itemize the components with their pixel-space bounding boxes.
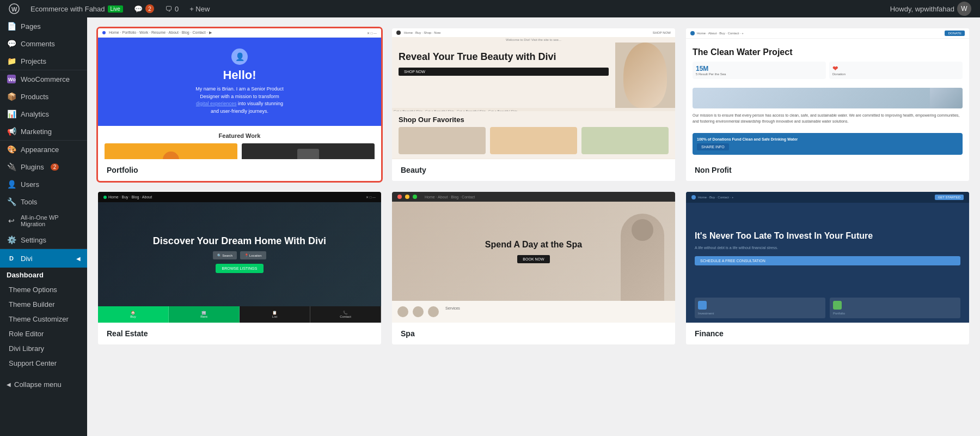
divi-arrow: ◀ bbox=[76, 256, 81, 262]
portfolio-work-1: Trinity Beauty Co. Misc · Package Design… bbox=[105, 143, 237, 159]
sidebar-item-analytics[interactable]: 📊 Analytics bbox=[0, 105, 87, 123]
beauty-hero-title: Reveal Your True Beauty with Divi bbox=[399, 51, 609, 63]
nonprofit-desc: Our mission is to ensure that every pers… bbox=[693, 113, 963, 124]
sidebar-label-plugins: Plugins bbox=[21, 163, 44, 171]
sidebar-item-theme-builder[interactable]: Theme Builder bbox=[0, 297, 87, 312]
sidebar-item-tools[interactable]: 🔧 Tools bbox=[0, 193, 87, 210]
theme-customizer-label: Theme Customizer bbox=[9, 315, 69, 323]
svg-text:Woo: Woo bbox=[8, 77, 16, 82]
new-label: + New bbox=[189, 5, 210, 13]
nonprofit-body: Our mission is to ensure that every pers… bbox=[686, 108, 969, 129]
adminbar-site[interactable]: Ecommerce with Fahad Live bbox=[26, 0, 127, 17]
finance-hero: It's Never Too Late To Invest In Your Fu… bbox=[686, 203, 969, 293]
svg-text:W: W bbox=[11, 6, 17, 13]
realestate-footer: 🏠 Buy 🏢 Rent 📋 List bbox=[98, 306, 381, 323]
role-editor-label: Role Editor bbox=[9, 330, 44, 338]
sidebar-item-comments[interactable]: 💬 Comments bbox=[0, 35, 87, 52]
divi-badge: D bbox=[7, 253, 16, 263]
sidebar-label-appearance: Appearance bbox=[21, 146, 59, 154]
sidebar-label-marketing: Marketing bbox=[21, 128, 52, 136]
collapse-menu-button[interactable]: ◀ Collapse menu bbox=[0, 375, 87, 394]
collapse-icon: ◀ bbox=[7, 382, 11, 387]
finance-cta: SCHEDULE A FREE CONSULTATION bbox=[695, 256, 960, 265]
theme-card-spa[interactable]: Home · About · Blog · Contact Spend A Da… bbox=[392, 192, 675, 344]
nonprofit-title: The Clean Water Project bbox=[693, 47, 963, 57]
beauty-banner: Welcome to Divi! Visit the site to see..… bbox=[392, 37, 675, 43]
theme-options-label: Theme Options bbox=[9, 286, 57, 294]
sidebar-item-divi-library[interactable]: Divi Library bbox=[0, 341, 87, 356]
products-icon: 📦 bbox=[7, 92, 16, 101]
theme-preview-portfolio: Home · Portfolio · Work · Resume · About… bbox=[98, 28, 381, 159]
support-center-label: Support Center bbox=[9, 359, 57, 367]
theme-card-realestate[interactable]: Home · Buy · Blog · About ✕ □ — Discover… bbox=[98, 192, 381, 344]
portfolio-nav: Home · Portfolio · Work · Resume · About… bbox=[98, 28, 381, 38]
live-badge: Live bbox=[108, 5, 123, 13]
sidebar-label-woocommerce: WooCommerce bbox=[21, 75, 70, 83]
beauty-shop-section: Shop Our Favorites bbox=[392, 111, 675, 159]
sidebar-item-projects[interactable]: 📁 Projects bbox=[0, 52, 87, 70]
portfolio-works-section: Featured Work Trinity Beauty Co. Misc · … bbox=[98, 126, 381, 159]
adminbar-new[interactable]: + New bbox=[185, 0, 214, 17]
sidebar-divi-dashboard[interactable]: Dashboard bbox=[0, 268, 87, 282]
portfolio-section-title: Featured Work bbox=[105, 132, 375, 139]
finance-nav: Home · Buy · Contact · + GET STARTED bbox=[686, 192, 969, 203]
spa-nav: Home · About · Blog · Contact bbox=[392, 192, 675, 202]
plugins-icon: 🔌 bbox=[7, 162, 16, 172]
theme-card-nonprofit[interactable]: Home · About · Buy · Contact · + DONATE … bbox=[686, 28, 969, 181]
realestate-cta: BROWSE LISTINGS bbox=[216, 264, 264, 273]
finance-desc: A life without debt is a life without fi… bbox=[695, 245, 960, 251]
bubble-icon: 🗨 bbox=[165, 5, 172, 13]
sidebar-item-role-editor[interactable]: Role Editor bbox=[0, 326, 87, 341]
comment-icon: 💬 bbox=[134, 5, 143, 13]
divi-dashboard-label: Dashboard bbox=[7, 271, 44, 279]
finance-bottom: Investment Portfolio bbox=[686, 293, 969, 323]
comments-count: 2 bbox=[145, 4, 154, 13]
adminbar-bubble[interactable]: 🗨 0 bbox=[161, 0, 183, 17]
site-name: Ecommerce with Fahad bbox=[30, 5, 105, 13]
footer-item-1: 🏠 Buy bbox=[98, 306, 169, 323]
sidebar-item-settings[interactable]: ⚙️ Settings bbox=[0, 231, 87, 249]
theme-card-finance[interactable]: Home · Buy · Contact · + GET STARTED It'… bbox=[686, 192, 969, 344]
nonprofit-nav: Home · About · Buy · Contact · + DONATE bbox=[686, 28, 969, 39]
sidebar-item-allinone[interactable]: ↩ All-in-One WP Migration bbox=[0, 210, 87, 231]
realestate-title: Discover Your Dream Home With Divi bbox=[153, 235, 326, 247]
theme-label-finance: Finance bbox=[686, 323, 969, 344]
sidebar-item-pages[interactable]: 📄 Pages bbox=[0, 17, 87, 35]
nonprofit-nav-btn: DONATE bbox=[945, 31, 965, 36]
sidebar-item-marketing[interactable]: 📢 Marketing bbox=[0, 123, 87, 140]
spa-services: Services bbox=[392, 301, 675, 323]
realestate-nav: Home · Buy · Blog · About ✕ □ — bbox=[98, 192, 381, 202]
sidebar-item-support-center[interactable]: Support Center bbox=[0, 356, 87, 371]
settings-icon: ⚙️ bbox=[7, 235, 16, 245]
users-icon: 👤 bbox=[7, 179, 16, 189]
theme-label-spa: Spa bbox=[392, 323, 675, 344]
howdy-text: Howdy, wpwithfahad bbox=[890, 5, 954, 13]
adminbar-howdy[interactable]: Howdy, wpwithfahad W bbox=[886, 0, 976, 17]
sidebar-item-appearance[interactable]: 🎨 Appearance bbox=[0, 141, 87, 158]
portfolio-work-2: Mirage Candle Co. Misc · Package Design … bbox=[242, 143, 375, 159]
theme-card-portfolio[interactable]: Home · Portfolio · Work · Resume · About… bbox=[98, 28, 381, 181]
portfolio-hero: 👤 Hello! My name is Brian. I am a Senior… bbox=[98, 38, 381, 126]
nonprofit-stat-1: 15M 5 Result Per the Sea bbox=[693, 62, 826, 79]
wp-logo[interactable]: W bbox=[4, 0, 24, 17]
beauty-nav: Home · Buy · Shop · Now SHOP NOW bbox=[392, 28, 675, 37]
theme-label-realestate: Real Estate bbox=[98, 323, 381, 344]
sidebar-item-products[interactable]: 📦 Products bbox=[0, 88, 87, 105]
nonprofit-bottom-card: 100% of Donations Fund Clean and Safe Dr… bbox=[693, 133, 963, 155]
sidebar-item-theme-options[interactable]: Theme Options bbox=[0, 282, 87, 297]
sidebar-item-woocommerce[interactable]: Woo WooCommerce bbox=[0, 70, 87, 88]
theme-card-beauty[interactable]: Home · Buy · Shop · Now SHOP NOW Welcome… bbox=[392, 28, 675, 181]
adminbar-comments[interactable]: 💬 2 bbox=[130, 0, 158, 17]
nonprofit-photo bbox=[693, 88, 963, 108]
portfolio-hero-desc: My name is Brian. I am a Senior ProductD… bbox=[195, 86, 284, 115]
comments-icon: 💬 bbox=[7, 39, 16, 49]
analytics-icon: 📊 bbox=[7, 109, 16, 119]
beauty-product-3 bbox=[581, 127, 669, 154]
sidebar-item-theme-customizer[interactable]: Theme Customizer bbox=[0, 312, 87, 326]
sidebar-item-plugins[interactable]: 🔌 Plugins 2 bbox=[0, 158, 87, 175]
pages-icon: 📄 bbox=[7, 21, 16, 31]
sidebar-item-divi[interactable]: D Divi ◀ bbox=[0, 249, 87, 268]
theme-label-beauty: Beauty bbox=[392, 159, 675, 181]
sidebar-item-users[interactable]: 👤 Users bbox=[0, 175, 87, 193]
theme-preview-finance: Home · Buy · Contact · + GET STARTED It'… bbox=[686, 192, 969, 323]
